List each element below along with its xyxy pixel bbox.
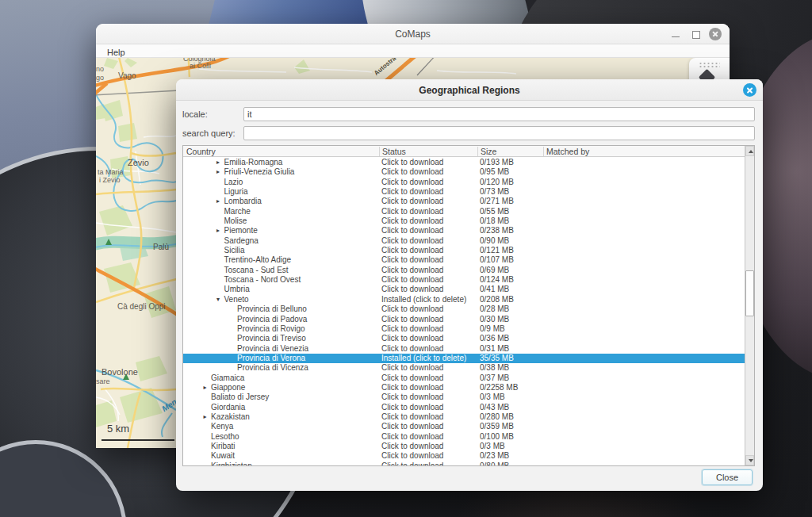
table-row[interactable]: Provincia di RovigoClick to download0/9 … bbox=[183, 324, 745, 334]
cell-size: 0/100 MB bbox=[480, 432, 514, 442]
table-row[interactable]: GiordaniaClick to download0/43 MB bbox=[183, 403, 745, 412]
table-row[interactable]: ▸KazakistanClick to download0/280 MB bbox=[183, 412, 745, 422]
table-row[interactable]: Baliato di JerseyClick to download0/3 MB bbox=[183, 393, 745, 402]
dialog-close-icon[interactable] bbox=[743, 83, 756, 97]
close-button[interactable]: Close bbox=[702, 469, 753, 485]
table-row[interactable]: Provincia di TrevisoClick to download0/3… bbox=[183, 334, 745, 343]
cell-status: Click to download bbox=[381, 393, 443, 403]
cell-size: 0/55 MB bbox=[480, 207, 509, 217]
cell-status: Click to download bbox=[381, 246, 443, 256]
map-label: ai Colli bbox=[190, 62, 211, 70]
cell-status: Click to download bbox=[381, 422, 443, 432]
cell-status: Click to download bbox=[381, 383, 443, 393]
cell-country: Trentino-Alto Adige bbox=[183, 255, 745, 266]
map-label: go bbox=[96, 74, 104, 82]
vertical-scrollbar[interactable] bbox=[745, 146, 754, 465]
table-row[interactable]: Provincia di VicenzaClick to download0/3… bbox=[183, 363, 745, 373]
cell-status: Click to download bbox=[381, 461, 443, 465]
maximize-icon[interactable] bbox=[689, 28, 702, 40]
table-row[interactable]: KuwaitClick to download0/23 MB bbox=[183, 451, 745, 461]
table-row[interactable]: GiamaicaClick to download0/37 MB bbox=[183, 373, 745, 383]
cell-size: 0/3 MB bbox=[480, 393, 505, 403]
cell-status: Click to download bbox=[381, 363, 443, 373]
column-header-country[interactable]: Country bbox=[186, 147, 216, 156]
expand-arrow-icon[interactable]: ▸ bbox=[214, 226, 223, 236]
minimize-icon[interactable] bbox=[669, 28, 682, 40]
cell-size: 0/107 MB bbox=[480, 255, 514, 266]
table-row[interactable]: Provincia di PadovaClick to download0/30… bbox=[183, 315, 745, 324]
table-row[interactable]: Toscana - Nord OvestClick to download0/1… bbox=[183, 275, 745, 285]
cell-size: 35/35 MB bbox=[480, 354, 514, 364]
close-icon[interactable] bbox=[709, 28, 722, 40]
cell-size: 0/208 MB bbox=[480, 295, 514, 305]
scroll-down-icon[interactable] bbox=[745, 455, 754, 465]
scroll-up-icon[interactable] bbox=[745, 146, 754, 156]
cell-country: Baliato di Jersey bbox=[183, 393, 745, 403]
table-row[interactable]: ▸LombardiaClick to download0/271 MB bbox=[183, 197, 745, 206]
table-row[interactable]: ▸Emilia-RomagnaClick to download0/193 MB bbox=[183, 158, 745, 167]
table-row[interactable]: ▸Friuli-Venezia GiuliaClick to download0… bbox=[183, 167, 745, 177]
cell-country: Umbria bbox=[183, 285, 745, 295]
column-header-size[interactable]: Size bbox=[481, 147, 496, 156]
expand-arrow-icon[interactable]: ▸ bbox=[214, 197, 223, 207]
table-row[interactable]: LesothoClick to download0/100 MB bbox=[183, 432, 745, 442]
locale-input[interactable] bbox=[243, 107, 755, 121]
table-row[interactable]: Toscana - Sud EstClick to download0/69 M… bbox=[183, 266, 745, 275]
expand-arrow-icon[interactable]: ▸ bbox=[214, 158, 223, 168]
table-row[interactable]: SiciliaClick to download0/121 MB bbox=[183, 246, 745, 255]
map-label: 5 km bbox=[107, 423, 129, 435]
table-row[interactable]: MoliseClick to download0/18 MB bbox=[183, 216, 745, 226]
cell-country: Provincia di Vicenza bbox=[183, 363, 745, 373]
cell-size: 0/37 MB bbox=[480, 373, 509, 384]
table-row[interactable]: ▸GiapponeClick to download0/2258 MB bbox=[183, 383, 745, 393]
map-label: Cà degli Oppi bbox=[117, 302, 166, 311]
cell-status: Installed (click to delete) bbox=[381, 354, 466, 364]
cell-country: Giappone bbox=[183, 383, 745, 393]
locale-label: locale: bbox=[182, 109, 208, 119]
cell-country: Lesotho bbox=[183, 432, 745, 442]
cell-size: 0/2258 MB bbox=[480, 383, 518, 393]
cell-size: 0/69 MB bbox=[480, 266, 509, 276]
drag-handle-icon bbox=[699, 62, 720, 67]
dialog-titlebar[interactable]: Geographical Regions bbox=[176, 79, 763, 101]
table-header[interactable]: Country Status Size Matched by bbox=[183, 146, 745, 157]
scrollbar-thumb[interactable] bbox=[745, 270, 754, 316]
cell-size: 0/41 MB bbox=[480, 285, 509, 295]
table-row[interactable]: SardegnaClick to download0/90 MB bbox=[183, 236, 745, 246]
cell-country: Toscana - Nord Ovest bbox=[183, 275, 745, 285]
table-row[interactable]: MarcheClick to download0/55 MB bbox=[183, 207, 745, 216]
table-row[interactable]: KiribatiClick to download0/3 MB bbox=[183, 442, 745, 451]
cell-size: 0/121 MB bbox=[480, 246, 514, 256]
cell-status: Click to download bbox=[381, 412, 443, 423]
menu-help[interactable]: Help bbox=[104, 46, 128, 59]
column-header-matched-by[interactable]: Matched by bbox=[546, 147, 589, 156]
search-query-input[interactable] bbox=[243, 126, 755, 140]
expand-arrow-icon[interactable]: ▸ bbox=[214, 167, 223, 178]
cell-country: Provincia di Venezia bbox=[183, 344, 745, 354]
cell-status: Click to download bbox=[381, 334, 443, 344]
cell-country: Toscana - Sud Est bbox=[183, 266, 745, 276]
cell-country: Kuwait bbox=[183, 451, 745, 461]
table-row[interactable]: UmbriaClick to download0/41 MB bbox=[183, 285, 745, 294]
column-header-status[interactable]: Status bbox=[382, 147, 406, 156]
cell-country: Provincia di Treviso bbox=[183, 334, 745, 344]
table-row[interactable]: KirghizistanClick to download0/80 MB bbox=[183, 461, 745, 465]
expand-arrow-icon[interactable]: ▸ bbox=[201, 412, 209, 423]
comaps-titlebar[interactable]: CoMaps bbox=[96, 24, 730, 44]
table-row[interactable]: LazioClick to download0/120 MB bbox=[183, 178, 745, 187]
table-row[interactable]: Provincia di BellunoClick to download0/2… bbox=[183, 304, 745, 314]
table-row[interactable]: LiguriaClick to download0/73 MB bbox=[183, 187, 745, 197]
cell-status: Click to download bbox=[381, 207, 443, 217]
expand-arrow-icon[interactable]: ▸ bbox=[201, 383, 209, 393]
table-row[interactable]: ▾VenetoInstalled (click to delete)0/208 … bbox=[183, 295, 745, 304]
table-row[interactable]: ▸PiemonteClick to download0/238 MB bbox=[183, 226, 745, 236]
table-row[interactable]: KenyaClick to download0/359 MB bbox=[183, 422, 745, 431]
table-row[interactable]: Trentino-Alto AdigeClick to download0/10… bbox=[183, 255, 745, 265]
table-row[interactable]: Provincia di VeneziaClick to download0/3… bbox=[183, 344, 745, 354]
table-row[interactable]: Provincia di VeronaInstalled (click to d… bbox=[183, 354, 745, 363]
cell-country: Lazio bbox=[183, 178, 745, 188]
cell-country: Kirghizistan bbox=[183, 461, 745, 465]
collapse-arrow-icon[interactable]: ▾ bbox=[214, 295, 223, 305]
cell-status: Click to download bbox=[381, 324, 443, 335]
cell-size: 0/38 MB bbox=[480, 363, 509, 373]
